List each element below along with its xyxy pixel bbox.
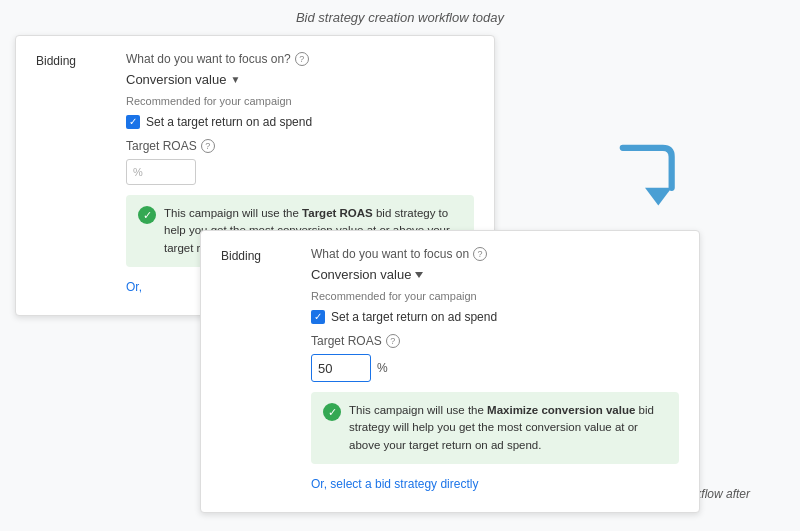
- info-check-icon-before: [138, 206, 156, 224]
- checkbox-row-after: Set a target return on ad spend: [311, 310, 679, 324]
- help-icon-before[interactable]: ?: [295, 52, 309, 66]
- question-label-before: What do you want to focus on? ?: [126, 52, 474, 66]
- checkbox-after[interactable]: [311, 310, 325, 324]
- roas-input-after[interactable]: 50: [311, 354, 371, 382]
- or-link-before[interactable]: Or,: [126, 280, 142, 294]
- target-roas-label-after: Target ROAS ?: [311, 334, 679, 348]
- conversion-dropdown-before[interactable]: Conversion value ▼: [126, 72, 474, 87]
- card-after-row-bidding: Bidding What do you want to focus on ? C…: [221, 247, 679, 492]
- arrow-container: [610, 130, 680, 210]
- checkbox-label-before: Set a target return on ad spend: [146, 115, 312, 129]
- help-icon-after[interactable]: ?: [473, 247, 487, 261]
- bidding-label-after: Bidding: [221, 247, 311, 492]
- target-roas-label-before: Target ROAS ?: [126, 139, 474, 153]
- help-icon-roas-after[interactable]: ?: [386, 334, 400, 348]
- recommended-text-after: Recommended for your campaign: [311, 290, 679, 302]
- conversion-dropdown-after[interactable]: Conversion value: [311, 267, 679, 282]
- checkbox-before[interactable]: [126, 115, 140, 129]
- main-container: Bid strategy creation workflow today Bid…: [0, 0, 800, 531]
- card-after-content: What do you want to focus on ? Conversio…: [311, 247, 679, 492]
- svg-marker-0: [645, 188, 672, 206]
- workflow-arrow: [610, 130, 680, 210]
- info-check-icon-after: [323, 403, 341, 421]
- info-box-text-after: This campaign will use the Maximize conv…: [349, 402, 667, 454]
- recommended-text-before: Recommended for your campaign: [126, 95, 474, 107]
- dropdown-arrow-before: ▼: [230, 74, 240, 85]
- question-label-after: What do you want to focus on ?: [311, 247, 679, 261]
- info-box-after: This campaign will use the Maximize conv…: [311, 392, 679, 464]
- dropdown-arrow-after: [415, 272, 423, 278]
- roas-input-row-after: 50 %: [311, 354, 679, 382]
- roas-input-before[interactable]: %: [126, 159, 196, 185]
- checkbox-label-after: Set a target return on ad spend: [331, 310, 497, 324]
- card-after: Bidding What do you want to focus on ? C…: [200, 230, 700, 513]
- help-icon-roas-before[interactable]: ?: [201, 139, 215, 153]
- top-label: Bid strategy creation workflow today: [296, 10, 504, 25]
- percent-label-after: %: [377, 361, 388, 375]
- bidding-label-before: Bidding: [36, 52, 126, 295]
- checkbox-row-before: Set a target return on ad spend: [126, 115, 474, 129]
- or-link-after[interactable]: Or, select a bid strategy directly: [311, 477, 478, 491]
